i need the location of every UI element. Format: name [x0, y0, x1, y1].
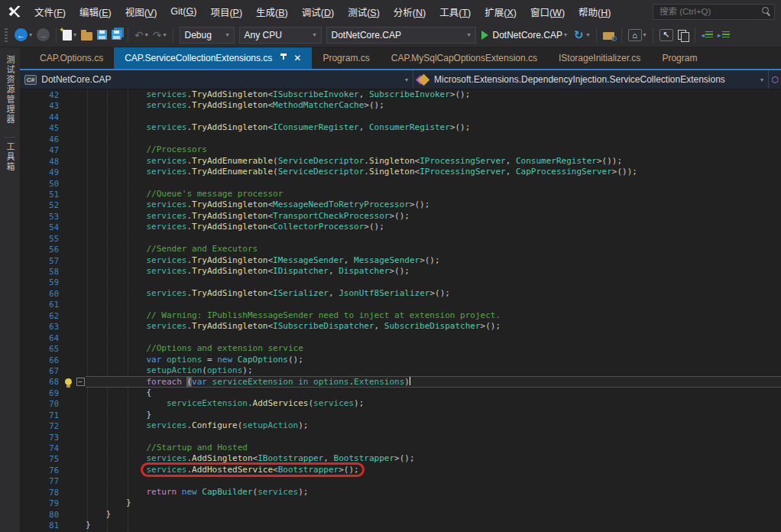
breakpoint-margin[interactable]: [20, 498, 41, 508]
breakpoint-margin[interactable]: [20, 376, 41, 387]
menu-item-2[interactable]: 视图(V): [118, 2, 164, 22]
undo-button[interactable]: ↶▾: [132, 28, 151, 42]
document-tab-2[interactable]: Program.cs: [312, 47, 380, 69]
code-text[interactable]: {: [86, 388, 781, 398]
breakpoint-margin[interactable]: [20, 244, 41, 255]
breakpoint-margin[interactable]: [20, 156, 41, 167]
breakpoint-margin[interactable]: [20, 288, 41, 299]
breakpoint-margin[interactable]: [20, 388, 41, 398]
code-text[interactable]: services.Configure(setupAction);: [86, 420, 781, 431]
breakpoint-margin[interactable]: [20, 266, 41, 277]
breakpoint-margin[interactable]: [20, 321, 41, 332]
code-text[interactable]: //Startup and Hosted: [86, 443, 781, 453]
breakpoint-margin[interactable]: [20, 310, 41, 321]
breakpoint-margin[interactable]: [20, 255, 41, 266]
menu-item-11[interactable]: 窗口(W): [523, 2, 572, 22]
breakpoint-margin[interactable]: [20, 122, 41, 133]
select-mode-button[interactable]: ↖: [657, 28, 676, 43]
code-text[interactable]: services.AddSingleton<IBootstrapper, Boo…: [86, 453, 781, 464]
breakpoint-margin[interactable]: [20, 222, 41, 232]
search-icon[interactable]: [762, 7, 771, 16]
menu-item-12[interactable]: 帮助(H): [572, 2, 617, 22]
solution-platform-dropdown[interactable]: Any CPU▾: [239, 27, 322, 44]
code-text[interactable]: return new CapBuilder(services);: [86, 487, 781, 498]
breakpoint-margin[interactable]: [20, 100, 41, 111]
startup-project-dropdown[interactable]: DotNetCore.CAP▾: [326, 27, 476, 44]
breakpoint-margin[interactable]: [20, 410, 41, 420]
decrease-indent-button[interactable]: ◂: [699, 30, 716, 41]
code-text[interactable]: services.TryAddSingleton<IMessageSender,…: [86, 255, 781, 266]
document-tab-0[interactable]: CAP.Options.cs: [29, 47, 114, 69]
code-text[interactable]: [86, 112, 781, 122]
code-text[interactable]: services.TryAddEnumerable(ServiceDescrip…: [86, 156, 781, 167]
breakpoint-margin[interactable]: [20, 432, 41, 443]
breakpoint-margin[interactable]: [20, 420, 41, 431]
new-project-button[interactable]: ▾: [60, 28, 79, 42]
menu-item-7[interactable]: 测试(S): [341, 2, 387, 22]
save-button[interactable]: [95, 28, 109, 41]
start-debugging-button[interactable]: DotNetCore.CAP ▾: [481, 30, 567, 41]
code-text[interactable]: services.TryAddSingleton<MessageNeedToRe…: [86, 200, 781, 210]
breakpoint-margin[interactable]: [20, 211, 41, 222]
code-text[interactable]: //Processors: [86, 144, 781, 155]
menu-item-5[interactable]: 生成(B): [249, 2, 295, 22]
code-text[interactable]: [86, 178, 781, 189]
code-text[interactable]: foreach (var serviceExtension in options…: [86, 376, 781, 387]
code-text[interactable]: [86, 432, 781, 443]
close-icon[interactable]: ✕: [293, 54, 301, 63]
code-text[interactable]: services.AddHostedService<Bootstrapper>(…: [86, 465, 781, 475]
code-text[interactable]: [86, 277, 781, 287]
breakpoint-margin[interactable]: [20, 465, 41, 475]
increase-indent-button[interactable]: ▸: [715, 30, 732, 41]
code-text[interactable]: }: [86, 520, 781, 530]
menu-item-9[interactable]: 工具(T): [433, 2, 478, 22]
code-text[interactable]: //Queue's message processor: [86, 189, 781, 200]
code-text[interactable]: [86, 332, 781, 343]
lightbulb-icon[interactable]: [65, 378, 72, 385]
code-text[interactable]: [86, 299, 781, 310]
code-text[interactable]: // Warning: IPublishMessageSender need t…: [86, 310, 781, 321]
side-tab-1[interactable]: 工具箱: [4, 137, 16, 177]
code-text[interactable]: services.TryAddEnumerable(ServiceDescrip…: [86, 167, 781, 177]
project-dropdown[interactable]: C# DotNetCore.CAP ▾: [20, 70, 413, 89]
breakpoint-margin[interactable]: [20, 144, 41, 155]
breakpoint-margin[interactable]: [20, 487, 41, 498]
breakpoint-margin[interactable]: [20, 509, 41, 520]
menu-item-8[interactable]: 分析(N): [387, 2, 433, 22]
collapse-region-icon[interactable]: −: [76, 378, 85, 386]
breakpoint-margin[interactable]: [20, 365, 41, 376]
breakpoint-margin[interactable]: [20, 453, 41, 464]
code-text[interactable]: }: [86, 498, 781, 508]
code-text[interactable]: services.TryAddSingleton<MethodMatcherCa…: [86, 100, 781, 111]
menu-item-10[interactable]: 扩展(X): [478, 2, 523, 22]
breakpoint-margin[interactable]: [20, 332, 41, 343]
menu-item-6[interactable]: 调试(D): [295, 2, 341, 22]
breakpoint-margin[interactable]: [20, 355, 41, 365]
toolbar-drag-handle[interactable]: [5, 28, 8, 42]
code-text[interactable]: //Options and extension service: [86, 343, 781, 354]
breakpoint-margin[interactable]: [20, 277, 41, 287]
breakpoint-margin[interactable]: [20, 134, 41, 144]
code-text[interactable]: [86, 233, 781, 244]
breakpoint-margin[interactable]: [20, 520, 41, 530]
member-dropdown-icon[interactable]: ⬡: [769, 70, 781, 89]
code-text[interactable]: [86, 134, 781, 144]
solution-configuration-dropdown[interactable]: Debug▾: [180, 27, 235, 44]
code-text[interactable]: services.TryAddSingleton<CollectorProces…: [86, 222, 781, 232]
breakpoint-margin[interactable]: [20, 299, 41, 310]
code-text[interactable]: services.TryAddSingleton<IConsumerRegist…: [86, 122, 781, 133]
breakpoint-margin[interactable]: [20, 189, 41, 200]
navigate-forward-button[interactable]: →: [34, 27, 52, 43]
breakpoint-margin[interactable]: [20, 112, 41, 122]
code-text[interactable]: [86, 475, 781, 486]
menu-item-3[interactable]: Git(G): [164, 3, 203, 20]
browser-home-button[interactable]: ⌂▾: [626, 28, 649, 43]
code-text[interactable]: services.TryAddSingleton<IDispatcher, Di…: [86, 266, 781, 277]
hot-reload-button[interactable]: ↻▾: [570, 27, 592, 44]
breakpoint-margin[interactable]: [20, 167, 41, 177]
code-text[interactable]: serviceExtension.AddServices(services);: [86, 398, 781, 409]
document-tab-5[interactable]: Program: [651, 47, 708, 69]
code-text[interactable]: var options = new CapOptions();: [86, 355, 781, 365]
search-input[interactable]: [653, 4, 775, 20]
breakpoint-margin[interactable]: [20, 178, 41, 189]
